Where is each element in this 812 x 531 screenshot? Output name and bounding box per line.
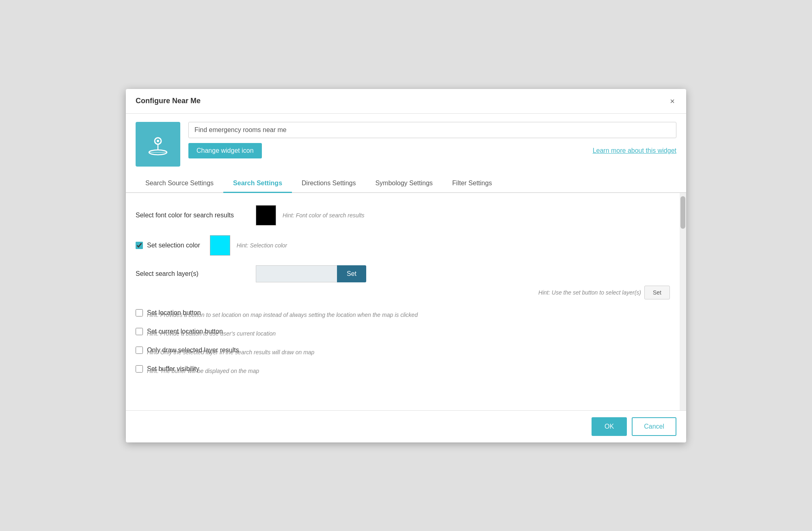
draw-selected-checkbox[interactable] bbox=[136, 347, 143, 354]
widget-name-input[interactable] bbox=[188, 122, 676, 138]
svg-point-1 bbox=[157, 140, 159, 142]
widget-right: Change widget icon Learn more about this… bbox=[188, 122, 676, 158]
layer-setting-row: Select search layer(s) Set bbox=[136, 265, 670, 282]
buffer-visibility-group: Set buffer visibility Hint: The buffer w… bbox=[136, 365, 670, 374]
dialog-body: Change widget icon Learn more about this… bbox=[126, 114, 686, 410]
current-location-hint: Hint: Provide a button to use user's cur… bbox=[147, 330, 670, 337]
font-color-swatch[interactable] bbox=[256, 205, 276, 225]
tab-symbology-settings[interactable]: Symbology Settings bbox=[365, 175, 442, 193]
widget-actions-row: Change widget icon Learn more about this… bbox=[188, 143, 676, 158]
tab-search-settings[interactable]: Search Settings bbox=[223, 175, 292, 193]
learn-more-link[interactable]: Learn more about this widget bbox=[593, 147, 676, 154]
tab-filter-settings[interactable]: Filter Settings bbox=[443, 175, 502, 193]
dialog-footer: OK Cancel bbox=[126, 410, 686, 442]
font-color-row: Select font color for search results Hin… bbox=[136, 205, 670, 225]
set-layer-button[interactable]: Set bbox=[337, 265, 366, 282]
selection-color-checkbox[interactable] bbox=[136, 242, 143, 249]
current-location-group: Set current location button Hint: Provid… bbox=[136, 328, 670, 337]
layer-input[interactable] bbox=[256, 265, 337, 282]
selection-color-label[interactable]: Set selection color bbox=[147, 242, 200, 249]
layer-label: Select search layer(s) bbox=[136, 270, 249, 277]
draw-selected-group: Only draw selected layer results Hint: O… bbox=[136, 347, 670, 355]
draw-selected-hint: Hint: Only the selected layer in the sea… bbox=[147, 349, 670, 355]
dialog-title: Configure Near Me bbox=[136, 97, 201, 105]
widget-icon-box bbox=[136, 122, 180, 167]
font-color-label: Select font color for search results bbox=[136, 212, 249, 219]
close-button[interactable]: × bbox=[668, 95, 676, 107]
location-button-hint: Hint: Provides a button to set location … bbox=[147, 312, 670, 318]
tabs-row: Search Source Settings Search Settings D… bbox=[126, 175, 686, 193]
current-location-checkbox[interactable] bbox=[136, 328, 143, 335]
font-color-hint: Hint: Font color of search results bbox=[283, 212, 365, 219]
selection-color-row: Set selection color Hint: Selection colo… bbox=[136, 235, 670, 256]
configure-dialog: Configure Near Me × Change widget icon L… bbox=[126, 89, 686, 442]
location-button-checkbox[interactable] bbox=[136, 309, 143, 316]
widget-config-row: Change widget icon Learn more about this… bbox=[126, 114, 686, 175]
dialog-header: Configure Near Me × bbox=[126, 89, 686, 114]
selection-color-swatch[interactable] bbox=[210, 235, 230, 256]
change-icon-button[interactable]: Change widget icon bbox=[188, 143, 262, 158]
set-secondary-button[interactable]: Set bbox=[644, 286, 670, 299]
layer-select-row: Select search layer(s) Set Hint: Use the… bbox=[136, 265, 670, 299]
tab-search-source[interactable]: Search Source Settings bbox=[136, 175, 223, 193]
buffer-visibility-checkbox[interactable] bbox=[136, 365, 143, 373]
selection-color-hint: Hint: Selection color bbox=[237, 242, 287, 249]
ok-button[interactable]: OK bbox=[592, 417, 627, 436]
buffer-visibility-hint: Hint: The buffer will be displayed on th… bbox=[147, 368, 670, 374]
widget-icon bbox=[146, 132, 170, 156]
content-area: Select font color for search results Hin… bbox=[126, 193, 686, 410]
selection-color-checkbox-row: Set selection color bbox=[136, 242, 200, 249]
tab-directions-settings[interactable]: Directions Settings bbox=[292, 175, 365, 193]
cancel-button[interactable]: Cancel bbox=[632, 417, 676, 436]
scrollbar-track[interactable] bbox=[680, 193, 686, 410]
location-button-group: Set location button Hint: Provides a but… bbox=[136, 309, 670, 318]
layer-hint: Hint: Use the set button to select layer… bbox=[538, 289, 641, 296]
layer-input-group: Set bbox=[256, 265, 366, 282]
settings-panel: Select font color for search results Hin… bbox=[126, 193, 680, 410]
scrollbar-thumb[interactable] bbox=[680, 196, 685, 229]
